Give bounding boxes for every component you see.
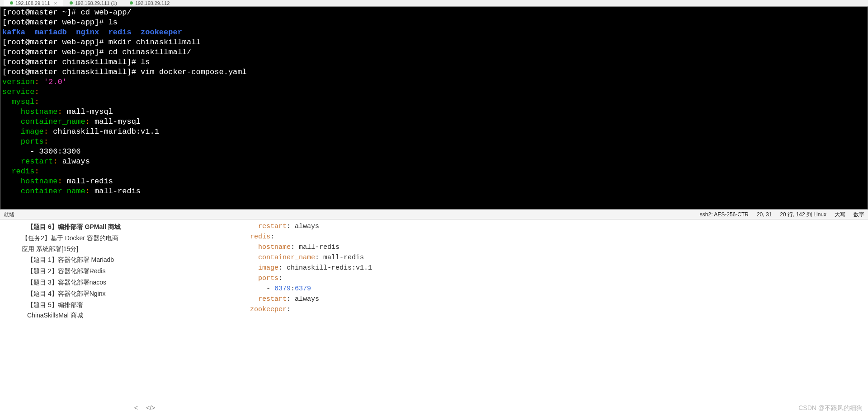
- terminal-line: container_name: mall-redis: [2, 187, 866, 196]
- terminal-line: - 3306:3306: [2, 147, 866, 157]
- content-line: - 6379:6379: [242, 284, 868, 294]
- sidebar-item[interactable]: 【题目 2】容器化部署Redis: [13, 266, 123, 277]
- sidebar: 【题目 6】编排部署 GPMall 商城【任务2】基于 Docker 容器的电商…: [0, 219, 129, 414]
- content-line: hostname: mall-redis: [242, 242, 868, 252]
- tab-label: 192.168.29.111: [15, 0, 50, 6]
- terminal-line: [root@master web-app]# ls: [2, 18, 866, 28]
- terminal-line: hostname: mall-mysql: [2, 107, 866, 117]
- tab-label: 192.168.29.112: [135, 0, 170, 6]
- close-icon[interactable]: ×: [54, 0, 57, 6]
- terminal-line: mysql:: [2, 97, 866, 107]
- content-line: ports:: [242, 273, 868, 284]
- status-num: 数字: [854, 211, 864, 219]
- terminal-line: redis:: [2, 167, 866, 177]
- terminal[interactable]: [root@master ~]# cd web-app/[root@master…: [0, 6, 868, 210]
- tab-label: 192.168.29.111 (1): [75, 0, 117, 6]
- content-line: image: chinaskill-redis:v1.1: [242, 263, 868, 273]
- status-size: 20 行, 142 列: [780, 211, 813, 218]
- terminal-line: [root@master chinaskillmall]# vim docker…: [2, 67, 866, 77]
- status-dot-icon: [10, 1, 13, 5]
- status-dot-icon: [130, 1, 133, 5]
- content-line: restart: always: [242, 294, 868, 304]
- tabs-bar: 192.168.29.111×192.168.29.111 (1)192.168…: [0, 0, 868, 6]
- content-line: zookeeper:: [242, 304, 868, 315]
- terminal-line: kafka mariadb nginx redis zookeeper: [2, 28, 866, 37]
- sidebar-item[interactable]: 【题目 5】编排部署 ChinaSkillsMal 商城: [13, 300, 123, 322]
- terminal-line: [root@master ~]# cd web-app/: [2, 8, 866, 18]
- status-os: Linux: [813, 211, 826, 218]
- terminal-line: [root@master web-app]# cd chinaskillmall…: [2, 47, 866, 57]
- content-line: container_name: mall-redis: [242, 252, 868, 263]
- status-pos: 20, 31: [757, 211, 772, 218]
- watermark: CSDN @不跟风的细狗: [798, 404, 863, 412]
- status-left: 就绪: [4, 211, 14, 219]
- terminal-line: image: chinaskill-mariadb:v1.1: [2, 127, 866, 137]
- tab[interactable]: 192.168.29.112: [123, 0, 176, 6]
- status-ssh: ssh2: AES-256-CTR: [700, 211, 749, 218]
- sidebar-item[interactable]: 【任务2】基于 Docker 容器的电商应用 系统部署[15分]: [13, 233, 123, 255]
- content-line: redis:: [242, 232, 868, 242]
- terminal-line: hostname: mall-redis: [2, 177, 866, 187]
- terminal-line: ports:: [2, 137, 866, 147]
- terminal-line: service:: [2, 87, 866, 97]
- status-bar: 就绪 ssh2: AES-256-CTR 20, 31 20 行, 142 列 …: [0, 210, 868, 219]
- status-caps: 大写: [835, 211, 845, 219]
- sidebar-item[interactable]: 【题目 3】容器化部署nacos: [13, 277, 123, 288]
- sidebar-item[interactable]: 【题目 1】容器化部署 Mariadb: [13, 255, 123, 266]
- code-icon[interactable]: </>: [146, 404, 155, 411]
- prev-icon[interactable]: <: [134, 404, 138, 411]
- terminal-line: version: '2.0': [2, 77, 866, 87]
- sidebar-item[interactable]: 【题目 6】编排部署 GPMall 商城: [13, 222, 123, 233]
- terminal-line: [root@master chinaskillmall]# ls: [2, 57, 866, 67]
- content-line: restart: always: [242, 221, 868, 232]
- content-editor[interactable]: restart: always redis: hostname: mall-re…: [160, 219, 868, 414]
- tab[interactable]: 192.168.29.111×: [4, 0, 63, 6]
- sidebar-item[interactable]: 【题目 4】容器化部署Nginx: [13, 289, 123, 299]
- terminal-line: restart: always: [2, 157, 866, 167]
- status-dot-icon: [70, 1, 73, 5]
- tab[interactable]: 192.168.29.111 (1): [63, 0, 123, 6]
- gutter: < </> >: [129, 219, 160, 414]
- lower-area: 【题目 6】编排部署 GPMall 商城【任务2】基于 Docker 容器的电商…: [0, 219, 868, 414]
- terminal-line: container_name: mall-mysql: [2, 117, 866, 127]
- terminal-line: [root@master web-app]# mkdir chinaskillm…: [2, 37, 866, 47]
